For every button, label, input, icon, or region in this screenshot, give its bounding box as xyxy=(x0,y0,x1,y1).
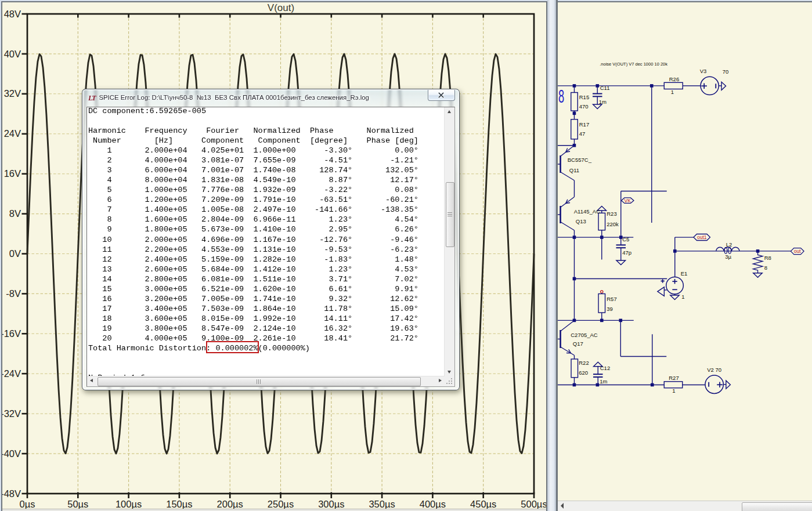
svg-text:150µs: 150µs xyxy=(166,499,192,509)
svg-text:Q17: Q17 xyxy=(572,340,583,347)
svg-text:.noise V(OUT) V7 dec 1000 10 2: .noise V(OUT) V7 dec 1000 10 20k xyxy=(600,61,667,67)
svg-text:1: 1 xyxy=(681,293,684,300)
svg-text:300µs: 300µs xyxy=(318,499,344,509)
svg-text:-24V: -24V xyxy=(1,368,21,379)
svg-text:500µs: 500µs xyxy=(521,499,546,509)
svg-text:1m: 1m xyxy=(600,378,607,385)
svg-text:47: 47 xyxy=(579,131,585,137)
svg-text:C11: C11 xyxy=(600,85,609,91)
svg-text:200µs: 200µs xyxy=(217,499,243,509)
svg-text:R17: R17 xyxy=(579,121,589,128)
svg-text:100µs: 100µs xyxy=(116,499,142,509)
svg-text:39: 39 xyxy=(607,306,613,312)
svg-text:8: 8 xyxy=(764,264,767,271)
svg-text:32V: 32V xyxy=(4,88,21,99)
svg-text:R57: R57 xyxy=(607,296,616,302)
svg-text:0V: 0V xyxy=(9,248,21,259)
svg-text:400µs: 400µs xyxy=(420,499,446,509)
svg-text:40V: 40V xyxy=(4,49,21,59)
svg-text:R26: R26 xyxy=(669,76,679,82)
svg-text:C5: C5 xyxy=(622,236,629,242)
svg-text:V2 70: V2 70 xyxy=(707,367,721,373)
svg-text:L2: L2 xyxy=(726,241,732,248)
svg-text:Q11: Q11 xyxy=(569,167,579,173)
svg-text:C2705_AC: C2705_AC xyxy=(571,332,598,338)
svg-text:R22: R22 xyxy=(579,360,589,366)
svg-text:A1145_AC: A1145_AC xyxy=(573,208,600,215)
svg-text:C12: C12 xyxy=(600,365,609,371)
svg-text:450µs: 450µs xyxy=(470,499,496,509)
svg-text:250µs: 250µs xyxy=(268,499,294,509)
svg-text:70: 70 xyxy=(722,68,728,75)
svg-text:470: 470 xyxy=(579,103,588,110)
svg-text:8: 8 xyxy=(558,86,564,107)
svg-text:0µs: 0µs xyxy=(20,499,35,509)
svg-text:24V: 24V xyxy=(4,128,21,139)
svg-text:VK: VK xyxy=(624,198,631,204)
svg-text:1: 1 xyxy=(672,387,675,394)
svg-text:-8V: -8V xyxy=(6,288,21,299)
svg-text:BC557C_: BC557C_ xyxy=(567,157,591,163)
svg-text:R23: R23 xyxy=(607,211,616,217)
svg-text:50µs: 50µs xyxy=(67,499,88,509)
svg-text:-32V: -32V xyxy=(1,408,21,419)
svg-text:V3: V3 xyxy=(699,68,706,74)
svg-text:350µs: 350µs xyxy=(369,499,395,509)
svg-text:8V: 8V xyxy=(9,208,21,219)
svg-text:3µ: 3µ xyxy=(725,253,731,260)
svg-text:V(out): V(out) xyxy=(268,2,294,13)
svg-text:-40V: -40V xyxy=(1,448,21,459)
svg-text:-48V: -48V xyxy=(1,488,21,499)
svg-text:1m: 1m xyxy=(598,99,606,105)
svg-text:Q13: Q13 xyxy=(575,218,586,224)
svg-text:E1: E1 xyxy=(680,270,687,277)
svg-text:16V: 16V xyxy=(4,168,21,179)
svg-text:out1: out1 xyxy=(696,234,706,240)
svg-text:47p: 47p xyxy=(622,249,631,256)
svg-text:R27: R27 xyxy=(669,375,679,381)
svg-text:1: 1 xyxy=(670,89,673,95)
svg-text:-16V: -16V xyxy=(1,328,21,339)
svg-text:48V: 48V xyxy=(4,9,21,19)
svg-text:R15: R15 xyxy=(579,94,589,100)
svg-text:620: 620 xyxy=(579,369,588,376)
svg-text:out: out xyxy=(793,248,800,254)
svg-text:R8: R8 xyxy=(764,255,771,261)
svg-text:220k: 220k xyxy=(607,221,619,227)
